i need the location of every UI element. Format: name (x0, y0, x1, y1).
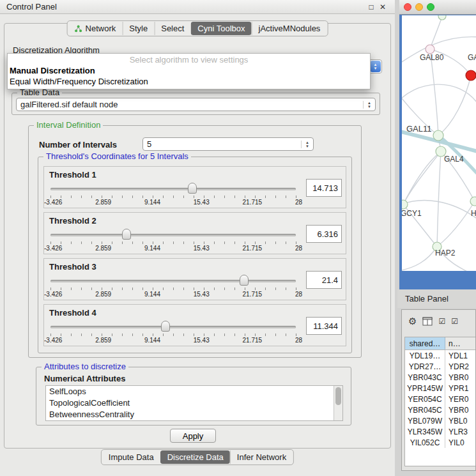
list-scrollbar[interactable] (334, 386, 342, 420)
close-button[interactable] (404, 3, 411, 11)
dropdown-item-manual-discretization[interactable]: Manual Discretization (8, 65, 370, 76)
network-window-titlebar (399, 0, 476, 15)
scale-label: -3.426 (44, 245, 62, 252)
gear-icon[interactable]: ⚙ (408, 316, 417, 327)
tab-jactivemnodules[interactable]: jActiveMNodules (252, 22, 327, 35)
threshold-4-panel: Threshold 4 -3.426 2.859 9.144 15.43 21.… (43, 304, 346, 346)
tab-cyni-toolbox[interactable]: Cyni Toolbox (190, 22, 251, 35)
thresholds-coordinates-group: Threshold's Coordinates for 5 Intervals … (38, 157, 352, 353)
node-attribute-table: shared… n… YDL19… YDL1 YDR27… YDR2 YBR04… (404, 337, 475, 466)
table-data-group: Table Data galFiltered.sif default node … (12, 93, 380, 115)
slider-scale: -3.426 2.859 9.144 15.43 21.715 28 (44, 291, 302, 298)
interval-definition-title: Interval Definition (34, 120, 103, 130)
scale-label: -3.426 (44, 291, 62, 298)
threshold-2-value-field[interactable]: 6.316 (306, 225, 342, 243)
slider-ticks (50, 242, 296, 244)
zoom-button[interactable] (427, 3, 434, 11)
threshold-4-value-field[interactable]: 11.344 (306, 317, 342, 335)
threshold-3-slider[interactable] (50, 274, 296, 287)
network-tab-icon (75, 25, 82, 33)
slider-track[interactable] (50, 188, 296, 190)
cell: YLR3 (445, 426, 475, 437)
node-label: HAP2 (435, 249, 455, 257)
slider-track[interactable] (50, 326, 296, 328)
dropdown-item-equal-width-frequency[interactable]: Equal Width/Frequency Discretization (8, 76, 370, 87)
table-row[interactable]: YBR045C YBR0 (405, 404, 475, 415)
table-row[interactable]: YER054C YER0 (405, 394, 475, 404)
scale-label: 21.715 (243, 199, 263, 206)
slider-track[interactable] (50, 234, 296, 236)
scale-label: 15.43 (194, 199, 210, 206)
cell: YDR2 (445, 361, 475, 372)
slider-scale: -3.426 2.859 9.144 15.43 21.715 28 (44, 337, 302, 344)
threshold-1-slider-thumb[interactable] (188, 183, 197, 194)
scale-label: 21.715 (243, 337, 263, 344)
node-label: GAL4 (444, 155, 464, 164)
node-label: H (471, 209, 476, 218)
float-window-icon[interactable]: □ (365, 3, 377, 12)
table-row[interactable]: YBR043C YBR0 (405, 372, 475, 383)
table-row[interactable]: YDL19… YDL1 (405, 350, 475, 361)
column-chooser-icon[interactable] (422, 317, 433, 326)
table-row[interactable]: YLR345W YLR3 (405, 426, 475, 437)
node-label: GA (468, 53, 476, 62)
threshold-4-slider[interactable] (50, 320, 296, 333)
threshold-3-slider-thumb[interactable] (240, 275, 249, 286)
scale-label: 28 (295, 245, 302, 252)
scale-label: 9.144 (144, 199, 160, 206)
tab-network-label: Network (86, 24, 116, 33)
threshold-2-slider-thumb[interactable] (122, 229, 131, 240)
apply-button[interactable]: Apply (170, 429, 216, 443)
threshold-1-panel: Threshold 1 -3.426 2.859 9.144 15.43 21.… (43, 166, 346, 208)
column-header-name[interactable]: n… (445, 337, 475, 349)
slider-track[interactable] (50, 280, 296, 282)
table-header-row: shared… n… (405, 337, 475, 350)
minimize-button[interactable] (415, 3, 423, 11)
scrollbar-thumb[interactable] (335, 387, 341, 405)
tab-jactivemnodules-label: jActiveMNodules (259, 24, 321, 33)
slider-scale: -3.426 2.859 9.144 15.43 21.715 28 (44, 199, 302, 206)
cell: YBR0 (445, 372, 475, 383)
list-item[interactable]: SelfLoops (46, 386, 342, 397)
tab-impute-data[interactable]: Impute Data (102, 450, 160, 464)
scale-label: 9.144 (144, 291, 160, 298)
control-panel-titlebar: Control Panel □ ✕ (0, 0, 395, 14)
table-data-combobox[interactable]: galFiltered.sif default node ▲ ▼ (16, 98, 376, 111)
threshold-4-slider-thumb[interactable] (161, 321, 170, 332)
tab-select[interactable]: Select (154, 22, 190, 35)
cell: YBR0 (445, 404, 475, 415)
tab-impute-data-label: Impute Data (109, 452, 154, 462)
checkbox-icon[interactable]: ☑ (451, 317, 458, 326)
scale-label: 21.715 (243, 245, 263, 252)
numerical-attributes-list[interactable]: SelfLoops TopologicalCoefficient Between… (45, 385, 343, 421)
threshold-1-slider[interactable] (50, 182, 296, 195)
threshold-4-label: Threshold 4 (49, 308, 96, 318)
table-row[interactable]: YBL079W YBL0 (405, 415, 475, 426)
slider-ticks (50, 288, 296, 290)
tab-style[interactable]: Style (122, 22, 154, 35)
threshold-2-slider[interactable] (50, 228, 296, 241)
tab-discretize-data[interactable]: Discretize Data (160, 450, 230, 464)
list-item[interactable]: TopologicalCoefficient (46, 397, 342, 409)
table-row[interactable]: YIL052C YIL0 (405, 437, 475, 448)
close-window-icon[interactable]: ✕ (377, 3, 388, 12)
cell: YIL0 (445, 437, 475, 448)
cell: YER054C (405, 394, 445, 404)
table-panel-title: Table Panel (405, 294, 449, 303)
thresholds-group-title: Threshold's Coordinates for 5 Intervals (43, 151, 191, 161)
threshold-3-value-field[interactable]: 21.4 (306, 271, 342, 289)
list-item[interactable]: BetweennessCentrality (46, 409, 342, 420)
column-header-shared-name[interactable]: shared… (405, 337, 445, 349)
table-row[interactable]: YPR145W YPR1 (405, 383, 475, 394)
table-data-combobox-value: galFiltered.sif default node (20, 100, 118, 109)
scale-label: 28 (295, 337, 302, 344)
tab-network[interactable]: Network (68, 22, 123, 35)
control-panel-window: Control Panel □ ✕ Network Style Select C… (0, 0, 395, 476)
tab-infer-network[interactable]: Infer Network (230, 450, 293, 464)
scale-label: 28 (295, 199, 302, 206)
table-row[interactable]: YDR27… YDR2 (405, 361, 475, 372)
threshold-1-value-field[interactable]: 14.713 (306, 179, 342, 197)
checkbox-icon[interactable]: ☑ (438, 317, 445, 326)
network-canvas[interactable]: GAL80 GA GAL11 GAL4 GCY1 HAP2 H (402, 15, 476, 271)
number-of-intervals-spinner[interactable]: 5 ▲ ▼ (142, 137, 314, 151)
